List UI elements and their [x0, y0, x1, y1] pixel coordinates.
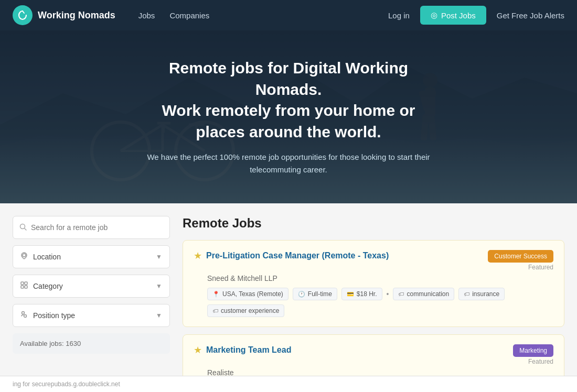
category-icon [20, 281, 28, 291]
brand-name: Working Nomads [38, 10, 115, 21]
featured-star-icon: ★ [194, 250, 202, 262]
post-jobs-icon: ◎ [431, 10, 437, 20]
brand-link[interactable]: Working Nomads [13, 5, 115, 25]
hero-subtitle: We have the perfect 100% remote job oppo… [142, 151, 435, 176]
navbar: Working Nomads Jobs Companies Log in ◎ P… [0, 0, 577, 30]
job-tags: 📍 USA, Texas (Remote) 🕐 Full-time 💳 $18 … [207, 288, 553, 317]
svg-point-22 [23, 254, 26, 257]
salary-tag-icon: 💳 [347, 291, 354, 298]
job-title: Pre-Litigation Case Manager (Remote - Te… [206, 251, 482, 260]
search-input[interactable] [31, 223, 163, 232]
svg-point-27 [22, 312, 25, 314]
clock-tag-icon: 🕐 [298, 291, 305, 298]
position-type-icon [20, 311, 28, 320]
tag-icon-2: 🏷 [464, 291, 469, 297]
job-card[interactable]: ★ Pre-Litigation Case Manager (Remote - … [183, 240, 564, 327]
section-title: Remote Jobs [183, 216, 564, 231]
brand-logo [13, 5, 33, 25]
location-filter-label: Location [33, 253, 61, 261]
bottom-bar: ing for securepubads.g.doubleclick.net [0, 376, 577, 392]
hero-content: Remote jobs for Digital Working Nomads.W… [131, 58, 446, 176]
login-button[interactable]: Log in [388, 11, 410, 20]
position-type-filter[interactable]: Position type ▼ [13, 304, 170, 327]
free-alerts-button[interactable]: Get Free Job Alerts [497, 11, 564, 20]
bottom-bar-text: ing for securepubads.g.doubleclick.net [13, 380, 120, 388]
location-tag-icon: 📍 [212, 291, 220, 298]
hero-section: Remote jobs for Digital Working Nomads.W… [0, 30, 577, 203]
location-icon [20, 252, 28, 262]
job-card-header: ★ Marketing Team Lead Marketing Featured [194, 344, 553, 365]
main-layout: Location ▼ Category ▼ [0, 203, 577, 392]
available-jobs-label: Available jobs: 1630 [20, 340, 81, 347]
job-company: Sneed & Mitchell LLP [207, 274, 553, 282]
hero-title: Remote jobs for Digital Working Nomads.W… [142, 58, 435, 143]
featured-label: Featured [528, 264, 553, 271]
search-box[interactable] [13, 216, 170, 239]
job-tag-location: 📍 USA, Texas (Remote) [207, 288, 288, 300]
job-tag-skill-1: 🏷 communication [393, 288, 454, 300]
tag-icon-1: 🏷 [398, 291, 404, 297]
job-badge: Customer Success [488, 250, 553, 263]
svg-rect-24 [25, 282, 27, 285]
post-jobs-button[interactable]: ◎ Post Jobs [420, 6, 486, 25]
tag-dot: • [387, 290, 389, 298]
category-filter-label: Category [33, 282, 63, 290]
tag-icon-3: 🏷 [212, 308, 218, 314]
search-icon [19, 223, 27, 232]
post-jobs-label: Post Jobs [441, 11, 476, 20]
svg-point-28 [24, 315, 27, 318]
nav-jobs[interactable]: Jobs [138, 11, 155, 20]
job-tag-type: 🕐 Full-time [293, 288, 337, 300]
job-card-header: ★ Pre-Litigation Case Manager (Remote - … [194, 250, 553, 271]
available-jobs-count: Available jobs: 1630 [13, 333, 170, 354]
job-tag-skill-3: 🏷 customer experience [207, 304, 284, 317]
job-badge: Marketing [513, 344, 553, 357]
location-filter[interactable]: Location ▼ [13, 245, 170, 268]
location-chevron-icon: ▼ [156, 253, 162, 260]
job-listings: Remote Jobs ★ Pre-Litigation Case Manage… [183, 216, 564, 392]
svg-rect-23 [21, 282, 24, 285]
featured-star-icon: ★ [194, 344, 202, 356]
nav-companies[interactable]: Companies [169, 11, 209, 20]
svg-rect-26 [25, 286, 27, 288]
position-type-chevron-icon: ▼ [156, 312, 162, 319]
nav-right: Log in ◎ Post Jobs Get Free Job Alerts [388, 6, 564, 25]
job-tag-salary: 💳 $18 Hr. [341, 288, 382, 300]
sidebar: Location ▼ Category ▼ [13, 216, 170, 392]
nav-links: Jobs Companies [138, 11, 210, 20]
job-tag-skill-2: 🏷 insurance [458, 288, 505, 300]
svg-rect-25 [21, 286, 24, 288]
svg-line-21 [25, 228, 27, 230]
category-filter[interactable]: Category ▼ [13, 275, 170, 298]
position-type-label: Position type [33, 311, 75, 320]
job-title: Marketing Team Lead [206, 345, 507, 355]
featured-label: Featured [528, 358, 553, 365]
category-chevron-icon: ▼ [156, 282, 162, 290]
